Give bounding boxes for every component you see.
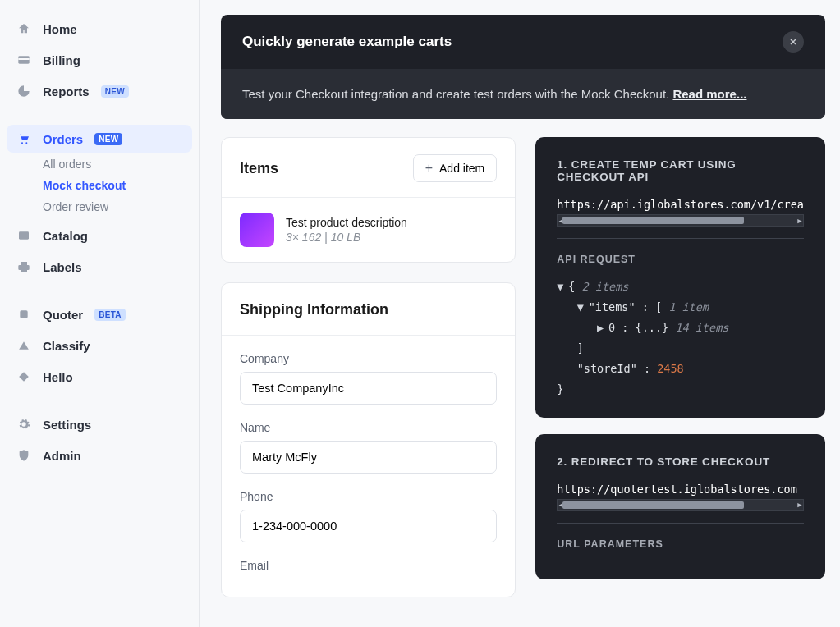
api2-title: 2. REDIRECT TO STORE CHECKOUT <box>557 455 804 468</box>
scroll-thumb[interactable] <box>562 501 744 509</box>
card-icon <box>16 53 31 67</box>
nav-quoter[interactable]: Quoter BETA <box>7 300 192 328</box>
add-item-button[interactable]: + Add item <box>413 154 498 182</box>
api1-json-tree[interactable]: ▼{ 2 items ▼"items" : [ 1 item ▶0 : {...… <box>557 277 804 400</box>
nav-sub-mock-checkout[interactable]: Mock checkout <box>7 179 192 192</box>
item-qty: 3× 162 <box>286 231 321 244</box>
nav-labels[interactable]: Labels <box>7 253 192 281</box>
item-row[interactable]: Test product description 3× 162 | 10 LB <box>222 197 515 262</box>
scroll-thumb[interactable] <box>562 217 744 224</box>
api2-params-label: URL PARAMETERS <box>557 538 804 550</box>
nav-orders-label: Orders <box>43 132 83 146</box>
nav-sub-all-orders[interactable]: All orders <box>7 158 192 171</box>
api-panel-2: 2. REDIRECT TO STORE CHECKOUT https://qu… <box>535 434 825 579</box>
items-title: Items <box>240 160 278 177</box>
badge-new: NEW <box>94 133 122 145</box>
nav-labels-label: Labels <box>43 260 82 274</box>
banner: Quickly generate example carts Test your… <box>221 15 825 119</box>
triangle-icon <box>16 338 31 353</box>
nav-settings-label: Settings <box>43 418 91 432</box>
nav-admin[interactable]: Admin <box>7 442 192 469</box>
phone-field[interactable] <box>240 510 497 542</box>
nav-admin-label: Admin <box>43 449 81 463</box>
main-content: Quickly generate example carts Test your… <box>200 0 840 627</box>
company-label: Company <box>240 352 497 365</box>
plus-icon: + <box>425 162 433 175</box>
sidebar: Home Billing Reports NEW Orders NEW All … <box>0 0 200 627</box>
close-icon <box>788 37 798 47</box>
scroll-right-icon[interactable]: ▶ <box>796 501 804 510</box>
api1-request-label: API REQUEST <box>557 254 804 265</box>
svg-rect-1 <box>18 58 29 60</box>
printer-icon <box>16 259 31 274</box>
email-label: Email <box>240 559 497 572</box>
svg-point-3 <box>25 142 27 144</box>
home-icon <box>16 21 31 36</box>
nav-settings[interactable]: Settings <box>7 410 192 438</box>
phone-label: Phone <box>240 490 497 503</box>
nav-catalog[interactable]: Catalog <box>7 222 192 249</box>
banner-close-button[interactable] <box>783 31 804 53</box>
item-thumbnail <box>240 213 274 247</box>
svg-point-2 <box>21 142 23 144</box>
nav-classify-label: Classify <box>43 339 90 353</box>
banner-title: Quickly generate example carts <box>242 34 452 50</box>
gear-icon <box>16 417 31 432</box>
nav-catalog-label: Catalog <box>43 229 88 243</box>
shipping-title: Shipping Information <box>240 301 497 318</box>
nav-billing-label: Billing <box>43 53 80 67</box>
shipping-card: Shipping Information Company Name Phone <box>221 282 516 597</box>
badge-beta: BETA <box>94 309 126 321</box>
api2-url: https://quotertest.iglobalstores.com <box>557 483 804 496</box>
nav-quoter-label: Quoter <box>43 308 83 322</box>
banner-read-more-link[interactable]: Read more... <box>672 87 746 101</box>
nav-sub-order-review[interactable]: Order review <box>7 200 192 213</box>
api-panel-1: 1. CREATE TEMP CART USING CHECKOUT API h… <box>535 137 825 418</box>
name-field[interactable] <box>240 441 497 474</box>
nav-billing[interactable]: Billing <box>7 46 192 74</box>
name-label: Name <box>240 421 497 434</box>
api1-scrollbar[interactable]: ◀ ▶ <box>557 214 804 227</box>
nav-orders[interactable]: Orders NEW <box>7 125 192 153</box>
badge-new: NEW <box>101 85 129 98</box>
scroll-right-icon[interactable]: ▶ <box>796 216 804 225</box>
svg-rect-5 <box>20 310 27 318</box>
pie-icon <box>16 84 31 98</box>
api1-url: https://api.iglobalstores.com/v1/crea <box>557 198 804 211</box>
cart-icon <box>16 131 31 146</box>
item-description: Test product description <box>286 216 407 229</box>
nav-reports-label: Reports <box>43 85 90 98</box>
nav-home-label: Home <box>43 22 77 36</box>
add-item-label: Add item <box>439 162 484 175</box>
api2-scrollbar[interactable]: ◀ ▶ <box>557 499 804 511</box>
nav-reports[interactable]: Reports NEW <box>7 77 192 105</box>
shield-icon <box>16 448 31 463</box>
banner-subtitle: Test your Checkout integration and creat… <box>242 87 672 101</box>
item-weight: 10 LB <box>331 231 361 244</box>
nav-home[interactable]: Home <box>7 15 192 43</box>
items-card: Items + Add item Test product descriptio… <box>221 137 516 263</box>
catalog-icon <box>16 228 31 243</box>
api1-title: 1. CREATE TEMP CART USING CHECKOUT API <box>557 158 804 183</box>
nav-hello[interactable]: Hello <box>7 363 192 391</box>
nav-hello-label: Hello <box>43 370 73 384</box>
diamond-icon <box>16 369 31 384</box>
square-icon <box>16 307 31 322</box>
company-field[interactable] <box>240 372 497 405</box>
svg-rect-4 <box>19 231 29 239</box>
nav-classify[interactable]: Classify <box>7 332 192 359</box>
